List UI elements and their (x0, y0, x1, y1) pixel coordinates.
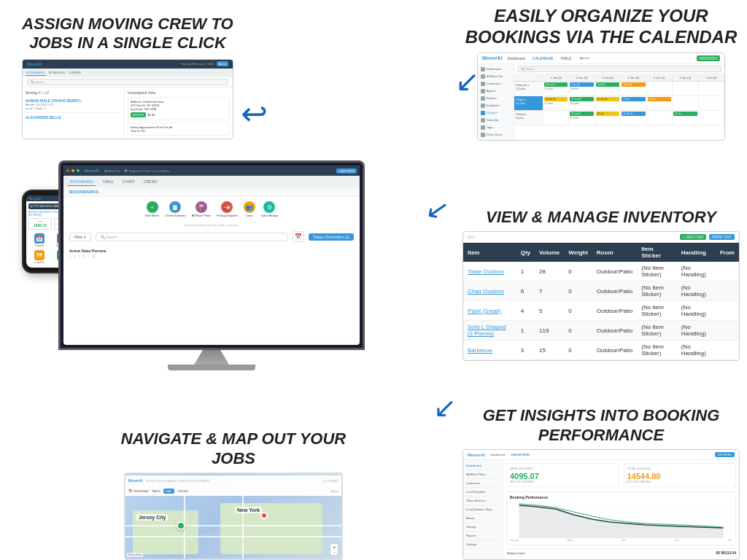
cal-search-input[interactable]: 🔍 Search (517, 66, 721, 72)
filter-dropdown[interactable]: Filter ▾ (69, 233, 91, 241)
cell-1-1[interactable]: 9am (m) 511 trucks (543, 82, 569, 96)
item-1-link[interactable]: Table Outdoor (468, 268, 504, 275)
perf-nav-moves[interactable]: All Move Plans (465, 470, 501, 479)
cell-3-4[interactable]: 21 Jan(1) (621, 111, 646, 125)
cell-2-1[interactable]: 16 Jan (1)17 trucks (543, 96, 569, 110)
map-tab-map[interactable]: MAP (163, 489, 174, 494)
cell-2-4[interactable]: 17 Jan (621, 96, 646, 110)
cal-sidebar-driver[interactable]: Driver Extra (479, 131, 512, 139)
cell-1-4[interactable]: 10am (3) (621, 82, 646, 96)
cal-sidebar-customers[interactable]: Customers (479, 80, 512, 88)
agent-btn[interactable]: Agent (217, 61, 228, 66)
pagination-1[interactable]: 1 (74, 254, 75, 258)
item-5-link[interactable]: Barbecue (468, 347, 492, 354)
cal-agent-dropdown[interactable]: Agent ▾ (580, 56, 590, 60)
cal-sidebar-dispatch[interactable]: Dispatch (479, 109, 512, 117)
nav-bookmarks[interactable]: BOOKMARKS (26, 70, 46, 76)
zoom-in[interactable]: + (333, 545, 336, 549)
nav-attaching[interactable]: ATTACHING (48, 70, 66, 75)
add-new-btn[interactable]: + ADD NEW (336, 168, 357, 174)
cell-1-3[interactable]: 9 am (1) (595, 82, 621, 96)
icon-labor-assign[interactable]: ⚙ Labor Assign (261, 201, 278, 217)
icon-all-move-plans[interactable]: 📦 All Move Plans (192, 201, 211, 217)
cal-sidebar-dashboard[interactable]: Dashboard (479, 66, 512, 73)
event-5[interactable]: 16 Jan (1) (544, 97, 568, 101)
perf-nav-storage[interactable]: Storage (465, 523, 501, 532)
perf-nav-reports[interactable]: Reports (465, 532, 501, 540)
item-2-link[interactable]: Chair Outdoor (468, 288, 504, 295)
perf-nav-office[interactable]: Office Buildum... (465, 497, 501, 505)
pagination-2[interactable]: 2 (79, 254, 80, 258)
event-1[interactable]: 9am (m) 5 (544, 82, 568, 87)
map-tab-table[interactable]: TABLE (152, 489, 160, 493)
cal-refresh-btn[interactable]: REFRESH (697, 55, 720, 61)
nav-bookmarks[interactable]: BOOKMARKS (68, 178, 96, 186)
item-3-link[interactable]: Plant (Small) (468, 308, 501, 314)
cell-1-2[interactable]: 9 am (2)76 miles (569, 82, 595, 96)
event-11[interactable]: 28 Jan (596, 112, 619, 116)
perf-nav-item-2[interactable]: DASHBOARD (511, 453, 530, 456)
map-tab-crews[interactable]: CREWS (177, 489, 188, 493)
icon-pickup-dispatch[interactable]: 🚛 Pickup Dispatch (217, 201, 238, 217)
perf-nav-customers[interactable]: Customers (465, 479, 501, 488)
event-12[interactable]: 21 Jan(1) (622, 112, 645, 116)
map-tab-calendar[interactable]: 📅 CALENDAR (128, 489, 149, 493)
perf-nav-longdist[interactable]: Long Distance Disp... (465, 505, 501, 514)
perf-nav-item-1[interactable]: Dashboard (491, 453, 506, 456)
inv-add-btn[interactable]: + ADD ITEM (680, 234, 706, 240)
cal-sidebar-moves[interactable]: All Move Pls (479, 73, 512, 80)
nav-table[interactable]: TABLE (100, 178, 115, 185)
phone-icon-long[interactable]: 🗺 Long Dist. (34, 250, 44, 264)
phone-icon-calendar[interactable]: 📅 Calendar (34, 233, 44, 247)
monitor-search-input[interactable]: 🔍 Search (96, 233, 289, 241)
cal-nav-dashboard[interactable]: Dashboard (506, 55, 527, 61)
event-4[interactable]: 10am (3) (622, 82, 645, 87)
zoom-controls[interactable]: + - (330, 544, 338, 555)
pagination-3[interactable]: 3 (83, 254, 85, 258)
icon-new-move[interactable]: + New Move (145, 201, 159, 217)
event-3[interactable]: 9 am (1) (596, 82, 619, 87)
cell-2-2[interactable]: 17 Jan (2)15 trucks (569, 96, 595, 110)
event-2[interactable]: 9 am (2) (570, 82, 593, 87)
nav-chart[interactable]: CHART (120, 178, 137, 185)
perf-refresh-btn[interactable]: REFRESH (715, 452, 735, 457)
cal-sidebar-tags[interactable]: Tags (479, 124, 512, 131)
cell-3-6[interactable]: 21 Jan (673, 111, 698, 125)
zoom-out[interactable]: - (333, 550, 336, 554)
inv-print-btn[interactable]: PRINT LIST (709, 234, 735, 240)
nav-crews[interactable]: CREWS (142, 178, 160, 185)
event-8[interactable]: 17 Jan (622, 97, 645, 101)
cal-sidebar-brokers[interactable]: Brokers (479, 95, 512, 102)
cal-sidebar-employee[interactable]: Employee (479, 102, 512, 109)
icon-create-estimate[interactable]: 📋 Create Estimate (165, 201, 186, 217)
cal-nav-table[interactable]: TABLE (558, 55, 573, 61)
nav-owning[interactable]: OWNING (68, 70, 82, 75)
assign-btn[interactable]: ASSIGN (131, 112, 146, 117)
handling-2: (No Handling) (677, 281, 716, 301)
event-6[interactable]: 17 Jan (2) (570, 97, 593, 101)
cell-3-3[interactable]: 28 Jan (595, 111, 621, 125)
icon-crew[interactable]: 👥 Crew (244, 201, 255, 217)
cal-main: 🔍 Search 1 Jan (5) 2 Jan (4) 3 Jan (5) 4… (514, 64, 724, 140)
calendar-picker[interactable]: 📅 (293, 231, 304, 242)
event-7[interactable]: 16 Jan (1) (596, 97, 619, 101)
cell-2-3[interactable]: 16 Jan (1) (595, 96, 621, 110)
pagination-next[interactable]: > (88, 254, 89, 258)
cal-sidebar-agents[interactable]: Agents (479, 88, 512, 95)
todays-reminders-btn[interactable]: Today's Reminders (1) (309, 233, 354, 241)
perf-nav-settings[interactable]: Settings (465, 540, 501, 549)
perf-nav-admin[interactable]: Admin (465, 514, 501, 523)
pagination-size[interactable]: 10 (92, 254, 95, 258)
cal-sidebar-calendar[interactable]: Calendar (479, 117, 512, 124)
cell-3-2[interactable]: 21 Jan(1)11 trucks (569, 111, 595, 125)
event-10[interactable]: 21 Jan(1) (570, 112, 593, 116)
search-bar[interactable]: 🔍 Search (27, 79, 228, 85)
perf-nav-dashboard[interactable]: Dashboard (465, 462, 501, 470)
event-9[interactable]: 14 Jan (648, 97, 671, 101)
cell-2-5[interactable]: 14 Jan (647, 96, 673, 110)
perf-nav-local[interactable]: Local Dispatch (465, 488, 501, 497)
event-13[interactable]: 21 Jan (673, 112, 697, 116)
cal-nav-calendar[interactable]: CALENDAR (530, 55, 555, 61)
item-4-link[interactable]: Sofa L Shaped (2 Pieces) (468, 324, 506, 337)
pagination-prev[interactable]: < (69, 254, 71, 258)
